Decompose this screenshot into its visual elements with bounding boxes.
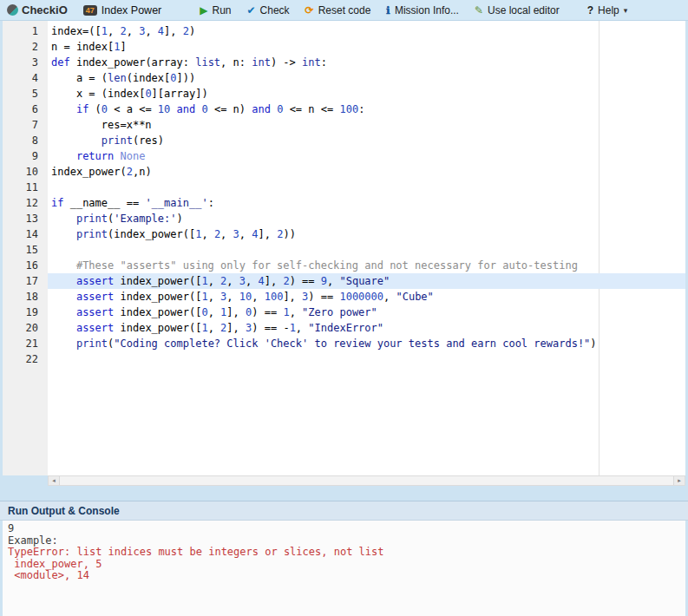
checkio-logo-icon (7, 4, 18, 16)
line-number: 4 (3, 70, 48, 86)
reset-code-label: Reset code (318, 4, 371, 16)
code-text: res=x**n (48, 117, 685, 133)
code-text: x = (index[0][array]) (48, 86, 685, 102)
run-button[interactable]: ▶ Run (200, 4, 231, 16)
line-number: 13 (3, 211, 48, 226)
use-local-editor-button[interactable]: ✎ Use local editor (475, 4, 560, 16)
line-number: 20 (3, 320, 48, 336)
code-text: print(res) (48, 133, 685, 148)
line-number: 12 (3, 195, 48, 211)
code-line[interactable]: 14 print(index_power([1, 2, 3, 4], 2)) (3, 226, 685, 242)
code-line[interactable]: 13 print('Example:') (3, 211, 685, 226)
code-line[interactable]: 2n = index[1] (3, 39, 685, 55)
pane-splitter[interactable] (0, 486, 688, 501)
line-number: 8 (3, 133, 48, 148)
help-label: Help (598, 4, 619, 16)
console-line: Example: (8, 535, 680, 547)
reset-code-button[interactable]: ⟳ Reset code (305, 4, 371, 16)
code-line[interactable]: 1index=([1, 2, 3, 4], 2) (3, 23, 685, 39)
line-number: 22 (3, 351, 48, 367)
code-text: n = index[1] (48, 39, 685, 55)
code-line[interactable]: 11 (3, 180, 685, 195)
line-number: 19 (3, 305, 48, 320)
code-text: assert index_power([0, 1], 0) == 1, "Zer… (48, 305, 685, 320)
code-line[interactable]: 10index_power(2,n) (3, 164, 685, 180)
code-text: if __name__ == '__main__': (48, 195, 685, 211)
console-output[interactable]: 9Example:TypeError: list indices must be… (3, 521, 685, 616)
line-number: 2 (3, 39, 48, 55)
code-line[interactable]: 15 (3, 242, 685, 258)
code-editor[interactable]: 1index=([1, 2, 3, 4], 2)2n = index[1]3de… (3, 21, 685, 475)
checkio-logo-text: CheckiO (22, 3, 68, 16)
line-number: 1 (3, 23, 48, 39)
console-line: TypeError: list indices must be integers… (8, 547, 680, 559)
scroll-left-icon[interactable]: ◂ (49, 476, 60, 485)
scroll-right-icon[interactable]: ▸ (673, 476, 685, 485)
code-line[interactable]: 9 return None (3, 148, 685, 164)
code-line[interactable]: 17 assert index_power([1, 2, 3, 4], 2) =… (3, 273, 685, 289)
mission-info-label: Mission Info... (395, 4, 459, 16)
run-icon: ▶ (200, 5, 207, 16)
horizontal-scrollbar[interactable]: ◂ ▸ (48, 475, 685, 486)
line-number: 7 (3, 117, 48, 133)
line-number: 3 (3, 55, 48, 70)
use-local-editor-label: Use local editor (488, 4, 560, 16)
line-number: 10 (3, 164, 48, 180)
code-text: return None (48, 148, 685, 164)
line-number: 18 (3, 289, 48, 305)
mission-difficulty-badge: 47 (83, 5, 97, 16)
code-text: a = (len(index[0])) (48, 70, 685, 86)
code-text: index_power(2,n) (48, 164, 685, 180)
scrollbar-track[interactable] (60, 476, 673, 485)
code-line[interactable]: 16 #These "asserts" using only for self-… (3, 258, 685, 273)
code-text: assert index_power([1, 3, 10, 100], 3) =… (48, 289, 685, 305)
chevron-down-icon: ▾ (624, 5, 628, 16)
checkio-logo[interactable]: CheckiO (7, 3, 68, 16)
check-label: Check (260, 4, 290, 16)
code-lines: 1index=([1, 2, 3, 4], 2)2n = index[1]3de… (3, 21, 685, 367)
line-number: 14 (3, 226, 48, 242)
console-header: Run Output & Console (0, 501, 688, 521)
line-number: 5 (3, 86, 48, 102)
mission-title-group: 47 Index Power (83, 4, 162, 16)
code-line[interactable]: 7 res=x**n (3, 117, 685, 133)
code-text: assert index_power([1, 2, 3, 4], 2) == 9… (48, 273, 685, 289)
code-line[interactable]: 6 if (0 < a <= 10 and 0 <= n) and 0 <= n… (3, 102, 685, 117)
line-number: 15 (3, 242, 48, 258)
mission-info-button[interactable]: ℹ Mission Info... (386, 4, 459, 16)
info-icon: ℹ (386, 5, 390, 16)
code-line[interactable]: 20 assert index_power([1, 2], 3) == -1, … (3, 320, 685, 336)
code-line[interactable]: 4 a = (len(index[0])) (3, 70, 685, 86)
line-number: 21 (3, 336, 48, 351)
code-line[interactable]: 19 assert index_power([0, 1], 0) == 1, "… (3, 305, 685, 320)
check-button[interactable]: ✔ Check (247, 4, 290, 16)
code-line[interactable]: 12if __name__ == '__main__': (3, 195, 685, 211)
line-number: 16 (3, 258, 48, 273)
code-text (48, 351, 685, 367)
code-line[interactable]: 8 print(res) (3, 133, 685, 148)
toolbar: CheckiO 47 Index Power ▶ Run ✔ Check ⟳ R… (0, 0, 688, 21)
line-number: 9 (3, 148, 48, 164)
code-text (48, 242, 685, 258)
code-text: #These "asserts" using only for self-che… (48, 258, 685, 273)
code-text: if (0 < a <= 10 and 0 <= n) and 0 <= n <… (48, 102, 685, 117)
code-text: print(index_power([1, 2, 3, 4], 2)) (48, 226, 685, 242)
code-text: print('Example:') (48, 211, 685, 226)
console-line: <module>, 14 (8, 570, 680, 582)
code-line[interactable]: 3def index_power(array: list, n: int) ->… (3, 55, 685, 70)
reset-icon: ⟳ (305, 5, 314, 16)
code-text: def index_power(array: list, n: int) -> … (48, 55, 685, 70)
check-icon: ✔ (247, 5, 256, 16)
code-text (48, 180, 685, 195)
console-title: Run Output & Console (8, 505, 120, 517)
code-line[interactable]: 21 print("Coding complete? Click 'Check'… (3, 336, 685, 351)
line-number: 6 (3, 102, 48, 117)
code-line[interactable]: 22 (3, 351, 685, 367)
help-button[interactable]: ? Help ▾ (587, 4, 628, 16)
console-line: 9 (8, 523, 680, 535)
mission-title: Index Power (102, 4, 161, 16)
line-number: 11 (3, 180, 48, 195)
code-line[interactable]: 18 assert index_power([1, 3, 10, 100], 3… (3, 289, 685, 305)
code-line[interactable]: 5 x = (index[0][array]) (3, 86, 685, 102)
help-icon: ? (587, 5, 593, 16)
